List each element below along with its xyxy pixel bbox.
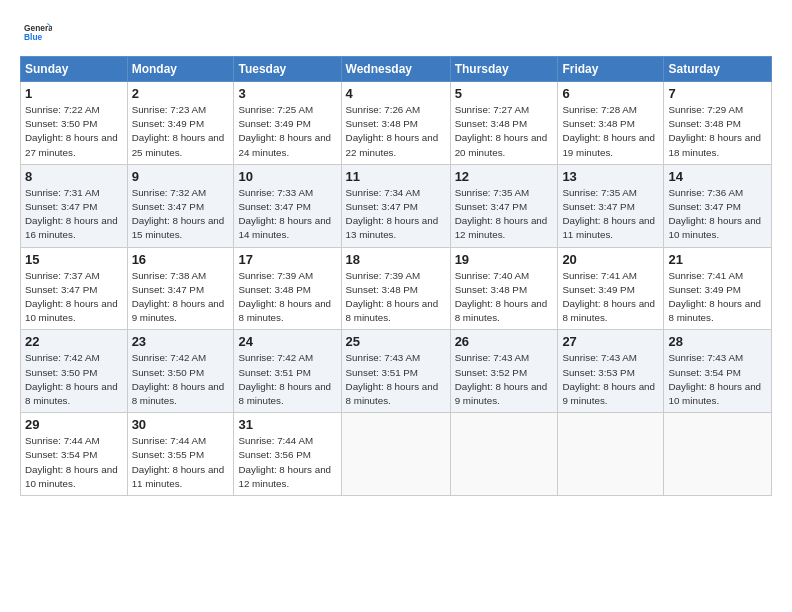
day-info: Sunrise: 7:42 AMSunset: 3:51 PMDaylight:… [238, 351, 336, 408]
day-number: 18 [346, 252, 446, 267]
logo-icon: General Blue [24, 18, 52, 46]
day-number: 6 [562, 86, 659, 101]
day-number: 7 [668, 86, 767, 101]
calendar-cell: 21Sunrise: 7:41 AMSunset: 3:49 PMDayligh… [664, 247, 772, 330]
day-info: Sunrise: 7:36 AMSunset: 3:47 PMDaylight:… [668, 186, 767, 243]
day-number: 28 [668, 334, 767, 349]
day-number: 9 [132, 169, 230, 184]
day-info: Sunrise: 7:37 AMSunset: 3:47 PMDaylight:… [25, 269, 123, 326]
day-number: 31 [238, 417, 336, 432]
weekday-saturday: Saturday [664, 57, 772, 82]
weekday-monday: Monday [127, 57, 234, 82]
calendar-cell: 25Sunrise: 7:43 AMSunset: 3:51 PMDayligh… [341, 330, 450, 413]
weekday-tuesday: Tuesday [234, 57, 341, 82]
day-info: Sunrise: 7:22 AMSunset: 3:50 PMDaylight:… [25, 103, 123, 160]
calendar-cell: 13Sunrise: 7:35 AMSunset: 3:47 PMDayligh… [558, 164, 664, 247]
calendar-cell: 28Sunrise: 7:43 AMSunset: 3:54 PMDayligh… [664, 330, 772, 413]
svg-text:Blue: Blue [24, 32, 42, 42]
weekday-wednesday: Wednesday [341, 57, 450, 82]
week-row-4: 22Sunrise: 7:42 AMSunset: 3:50 PMDayligh… [21, 330, 772, 413]
day-info: Sunrise: 7:41 AMSunset: 3:49 PMDaylight:… [668, 269, 767, 326]
calendar-cell: 31Sunrise: 7:44 AMSunset: 3:56 PMDayligh… [234, 413, 341, 496]
day-number: 26 [455, 334, 554, 349]
day-info: Sunrise: 7:27 AMSunset: 3:48 PMDaylight:… [455, 103, 554, 160]
day-number: 25 [346, 334, 446, 349]
calendar-cell [450, 413, 558, 496]
day-info: Sunrise: 7:43 AMSunset: 3:51 PMDaylight:… [346, 351, 446, 408]
day-info: Sunrise: 7:43 AMSunset: 3:53 PMDaylight:… [562, 351, 659, 408]
week-row-2: 8Sunrise: 7:31 AMSunset: 3:47 PMDaylight… [21, 164, 772, 247]
day-info: Sunrise: 7:28 AMSunset: 3:48 PMDaylight:… [562, 103, 659, 160]
calendar-cell: 1Sunrise: 7:22 AMSunset: 3:50 PMDaylight… [21, 82, 128, 165]
day-number: 1 [25, 86, 123, 101]
day-number: 27 [562, 334, 659, 349]
day-info: Sunrise: 7:34 AMSunset: 3:47 PMDaylight:… [346, 186, 446, 243]
day-number: 11 [346, 169, 446, 184]
calendar-table: SundayMondayTuesdayWednesdayThursdayFrid… [20, 56, 772, 496]
day-info: Sunrise: 7:44 AMSunset: 3:54 PMDaylight:… [25, 434, 123, 491]
calendar-cell: 14Sunrise: 7:36 AMSunset: 3:47 PMDayligh… [664, 164, 772, 247]
day-number: 29 [25, 417, 123, 432]
calendar-cell: 6Sunrise: 7:28 AMSunset: 3:48 PMDaylight… [558, 82, 664, 165]
day-number: 13 [562, 169, 659, 184]
day-info: Sunrise: 7:33 AMSunset: 3:47 PMDaylight:… [238, 186, 336, 243]
week-row-3: 15Sunrise: 7:37 AMSunset: 3:47 PMDayligh… [21, 247, 772, 330]
day-info: Sunrise: 7:32 AMSunset: 3:47 PMDaylight:… [132, 186, 230, 243]
weekday-friday: Friday [558, 57, 664, 82]
day-info: Sunrise: 7:43 AMSunset: 3:52 PMDaylight:… [455, 351, 554, 408]
day-number: 12 [455, 169, 554, 184]
calendar-cell: 30Sunrise: 7:44 AMSunset: 3:55 PMDayligh… [127, 413, 234, 496]
day-info: Sunrise: 7:42 AMSunset: 3:50 PMDaylight:… [25, 351, 123, 408]
day-number: 17 [238, 252, 336, 267]
calendar-cell: 18Sunrise: 7:39 AMSunset: 3:48 PMDayligh… [341, 247, 450, 330]
day-number: 10 [238, 169, 336, 184]
day-info: Sunrise: 7:31 AMSunset: 3:47 PMDaylight:… [25, 186, 123, 243]
calendar-cell [558, 413, 664, 496]
day-info: Sunrise: 7:43 AMSunset: 3:54 PMDaylight:… [668, 351, 767, 408]
header: General Blue [20, 18, 772, 46]
calendar-cell: 16Sunrise: 7:38 AMSunset: 3:47 PMDayligh… [127, 247, 234, 330]
weekday-sunday: Sunday [21, 57, 128, 82]
day-info: Sunrise: 7:39 AMSunset: 3:48 PMDaylight:… [346, 269, 446, 326]
day-info: Sunrise: 7:40 AMSunset: 3:48 PMDaylight:… [455, 269, 554, 326]
calendar-cell: 29Sunrise: 7:44 AMSunset: 3:54 PMDayligh… [21, 413, 128, 496]
day-number: 4 [346, 86, 446, 101]
calendar-cell: 11Sunrise: 7:34 AMSunset: 3:47 PMDayligh… [341, 164, 450, 247]
week-row-5: 29Sunrise: 7:44 AMSunset: 3:54 PMDayligh… [21, 413, 772, 496]
day-number: 19 [455, 252, 554, 267]
day-info: Sunrise: 7:25 AMSunset: 3:49 PMDaylight:… [238, 103, 336, 160]
day-info: Sunrise: 7:35 AMSunset: 3:47 PMDaylight:… [562, 186, 659, 243]
calendar-cell: 27Sunrise: 7:43 AMSunset: 3:53 PMDayligh… [558, 330, 664, 413]
calendar-cell: 5Sunrise: 7:27 AMSunset: 3:48 PMDaylight… [450, 82, 558, 165]
calendar-cell: 24Sunrise: 7:42 AMSunset: 3:51 PMDayligh… [234, 330, 341, 413]
day-number: 2 [132, 86, 230, 101]
calendar-cell [664, 413, 772, 496]
day-number: 30 [132, 417, 230, 432]
logo: General Blue [20, 18, 52, 46]
day-info: Sunrise: 7:44 AMSunset: 3:56 PMDaylight:… [238, 434, 336, 491]
calendar-cell: 22Sunrise: 7:42 AMSunset: 3:50 PMDayligh… [21, 330, 128, 413]
calendar-cell: 2Sunrise: 7:23 AMSunset: 3:49 PMDaylight… [127, 82, 234, 165]
day-info: Sunrise: 7:39 AMSunset: 3:48 PMDaylight:… [238, 269, 336, 326]
calendar-cell: 26Sunrise: 7:43 AMSunset: 3:52 PMDayligh… [450, 330, 558, 413]
day-number: 3 [238, 86, 336, 101]
day-info: Sunrise: 7:44 AMSunset: 3:55 PMDaylight:… [132, 434, 230, 491]
calendar-cell: 23Sunrise: 7:42 AMSunset: 3:50 PMDayligh… [127, 330, 234, 413]
day-info: Sunrise: 7:41 AMSunset: 3:49 PMDaylight:… [562, 269, 659, 326]
page: General Blue SundayMondayTuesdayWednesda… [0, 0, 792, 612]
day-number: 5 [455, 86, 554, 101]
day-info: Sunrise: 7:23 AMSunset: 3:49 PMDaylight:… [132, 103, 230, 160]
calendar-cell: 17Sunrise: 7:39 AMSunset: 3:48 PMDayligh… [234, 247, 341, 330]
day-number: 22 [25, 334, 123, 349]
calendar-cell: 15Sunrise: 7:37 AMSunset: 3:47 PMDayligh… [21, 247, 128, 330]
day-info: Sunrise: 7:26 AMSunset: 3:48 PMDaylight:… [346, 103, 446, 160]
calendar-cell: 3Sunrise: 7:25 AMSunset: 3:49 PMDaylight… [234, 82, 341, 165]
day-number: 8 [25, 169, 123, 184]
day-number: 20 [562, 252, 659, 267]
weekday-header-row: SundayMondayTuesdayWednesdayThursdayFrid… [21, 57, 772, 82]
calendar-cell: 4Sunrise: 7:26 AMSunset: 3:48 PMDaylight… [341, 82, 450, 165]
day-number: 14 [668, 169, 767, 184]
calendar-cell: 20Sunrise: 7:41 AMSunset: 3:49 PMDayligh… [558, 247, 664, 330]
day-number: 16 [132, 252, 230, 267]
day-number: 15 [25, 252, 123, 267]
